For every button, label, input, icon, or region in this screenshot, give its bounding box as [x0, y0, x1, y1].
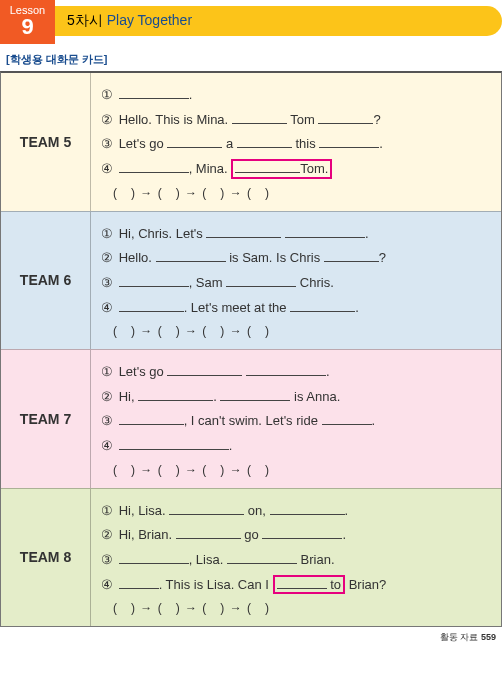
- team8-content: ① Hi, Lisa. on, . ② Hi, Brian. go . ③ , …: [91, 489, 501, 627]
- team6-line2: ② Hello. is Sam. Is Chris ?: [101, 246, 491, 271]
- team6-sequence: ( ) → ( ) → ( ) → ( ): [101, 320, 491, 343]
- team6-line1: ① Hi, Chris. Let's .: [101, 222, 491, 247]
- period-label: 5차시: [67, 12, 103, 28]
- lesson-badge: Lesson 9: [0, 0, 55, 44]
- team8-sequence: ( ) → ( ) → ( ) → ( ): [101, 597, 491, 620]
- team8-line1: ① Hi, Lisa. on, .: [101, 499, 491, 524]
- team6-row: TEAM 6 ① Hi, Chris. Let's . ② Hello. is …: [1, 211, 501, 350]
- team5-line1: ① .: [101, 83, 491, 108]
- team6-line3: ③ , Sam Chris.: [101, 271, 491, 296]
- team7-label: TEAM 7: [1, 350, 91, 488]
- page-number: 559: [481, 632, 496, 642]
- team5-line4: ④ , Mina. Tom.: [101, 157, 491, 182]
- lesson-number: 9: [0, 16, 55, 38]
- team6-label: TEAM 6: [1, 212, 91, 350]
- team5-line2: ② Hello. This is Mina. Tom ?: [101, 108, 491, 133]
- card-subhead: [학생용 대화문 카드]: [6, 52, 502, 67]
- team5-line3: ③ Let's go a this .: [101, 132, 491, 157]
- team6-content: ① Hi, Chris. Let's . ② Hello. is Sam. Is…: [91, 212, 501, 350]
- team5-content: ① . ② Hello. This is Mina. Tom ? ③ Let's…: [91, 73, 501, 211]
- team5-sequence: ( ) → ( ) → ( ) → ( ): [101, 182, 491, 205]
- team7-content: ① Let's go . ② Hi, . is Anna. ③ , I can'…: [91, 350, 501, 488]
- team8-line4: ④ . This is Lisa. Can I to Brian?: [101, 573, 491, 598]
- page-footer: 활동 자료 559: [0, 627, 502, 644]
- team5-row: TEAM 5 ① . ② Hello. This is Mina. Tom ? …: [1, 73, 501, 211]
- team8-label: TEAM 8: [1, 489, 91, 627]
- team8-line2: ② Hi, Brian. go .: [101, 523, 491, 548]
- team7-row: TEAM 7 ① Let's go . ② Hi, . is Anna. ③ ,…: [1, 349, 501, 488]
- team7-line1: ① Let's go .: [101, 360, 491, 385]
- team7-line4: ④ .: [101, 434, 491, 459]
- highlight-box: to: [273, 575, 345, 595]
- footer-label: 활동 자료: [440, 632, 479, 642]
- team6-line4: ④ . Let's meet at the .: [101, 296, 491, 321]
- team7-sequence: ( ) → ( ) → ( ) → ( ): [101, 459, 491, 482]
- team7-line2: ② Hi, . is Anna.: [101, 385, 491, 410]
- highlight-box: Tom.: [231, 159, 332, 179]
- title-english: Play Together: [107, 12, 192, 28]
- team5-label: TEAM 5: [1, 73, 91, 211]
- title-bar: 5차시 Play Together: [55, 6, 502, 36]
- dialogue-grid: TEAM 5 ① . ② Hello. This is Mina. Tom ? …: [0, 71, 502, 627]
- header: Lesson 9 5차시 Play Together: [0, 0, 502, 44]
- team8-line3: ③ , Lisa. Brian.: [101, 548, 491, 573]
- team8-row: TEAM 8 ① Hi, Lisa. on, . ② Hi, Brian. go…: [1, 488, 501, 627]
- team7-line3: ③ , I can't swim. Let's ride .: [101, 409, 491, 434]
